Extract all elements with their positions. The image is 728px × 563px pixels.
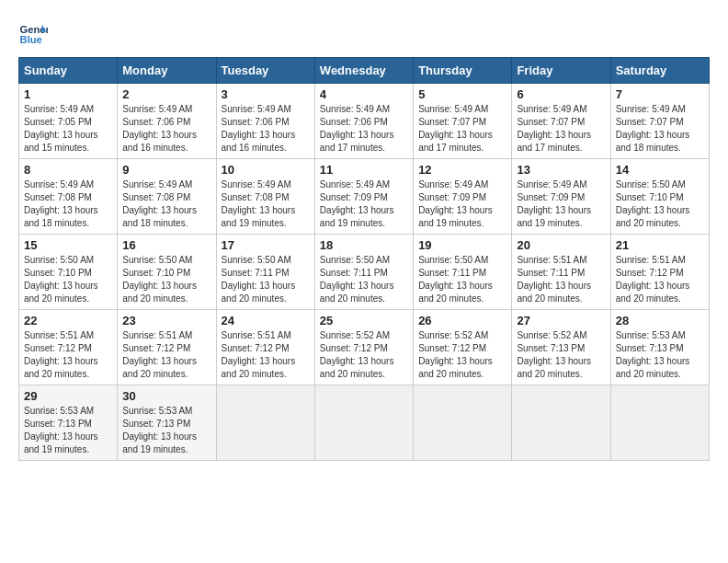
calendar-cell: 16 Sunrise: 5:50 AMSunset: 7:10 PMDaylig… bbox=[118, 235, 216, 310]
calendar-cell bbox=[610, 385, 709, 461]
weekday-sunday: Sunday bbox=[19, 58, 118, 84]
calendar-cell: 19 Sunrise: 5:50 AMSunset: 7:11 PMDaylig… bbox=[414, 235, 512, 310]
day-info: Sunrise: 5:49 AMSunset: 7:06 PMDaylight:… bbox=[320, 104, 394, 153]
day-info: Sunrise: 5:49 AMSunset: 7:06 PMDaylight:… bbox=[222, 104, 296, 153]
calendar-cell: 17 Sunrise: 5:50 AMSunset: 7:11 PMDaylig… bbox=[216, 235, 314, 310]
day-info: Sunrise: 5:51 AMSunset: 7:12 PMDaylight:… bbox=[122, 330, 197, 379]
day-number: 21 bbox=[616, 238, 704, 252]
weekday-friday: Friday bbox=[512, 58, 610, 84]
calendar-body: 1 Sunrise: 5:49 AMSunset: 7:05 PMDayligh… bbox=[19, 84, 710, 461]
calendar-cell bbox=[314, 385, 413, 461]
day-info: Sunrise: 5:50 AMSunset: 7:10 PMDaylight:… bbox=[616, 179, 690, 228]
logo: General Blue bbox=[18, 18, 48, 48]
calendar-cell: 13 Sunrise: 5:49 AMSunset: 7:09 PMDaylig… bbox=[512, 159, 610, 235]
day-number: 20 bbox=[517, 238, 605, 252]
weekday-tuesday: Tuesday bbox=[216, 58, 314, 84]
day-info: Sunrise: 5:49 AMSunset: 7:08 PMDaylight:… bbox=[24, 179, 98, 228]
day-number: 3 bbox=[222, 87, 310, 101]
day-number: 5 bbox=[418, 87, 506, 101]
calendar-cell: 8 Sunrise: 5:49 AMSunset: 7:08 PMDayligh… bbox=[19, 159, 118, 235]
day-number: 26 bbox=[418, 314, 506, 327]
day-number: 2 bbox=[122, 87, 210, 101]
day-number: 17 bbox=[222, 238, 310, 252]
week-row-4: 22 Sunrise: 5:51 AMSunset: 7:12 PMDaylig… bbox=[19, 310, 710, 385]
day-number: 16 bbox=[122, 238, 210, 252]
day-number: 8 bbox=[24, 163, 112, 177]
calendar-cell: 15 Sunrise: 5:50 AMSunset: 7:10 PMDaylig… bbox=[19, 235, 118, 310]
day-number: 23 bbox=[122, 314, 210, 327]
day-info: Sunrise: 5:49 AMSunset: 7:09 PMDaylight:… bbox=[517, 179, 591, 228]
calendar-cell: 29 Sunrise: 5:53 AMSunset: 7:13 PMDaylig… bbox=[19, 385, 118, 461]
calendar-cell: 22 Sunrise: 5:51 AMSunset: 7:12 PMDaylig… bbox=[19, 310, 118, 385]
day-number: 25 bbox=[320, 314, 408, 327]
week-row-5: 29 Sunrise: 5:53 AMSunset: 7:13 PMDaylig… bbox=[19, 385, 710, 461]
calendar-cell: 5 Sunrise: 5:49 AMSunset: 7:07 PMDayligh… bbox=[414, 84, 512, 159]
weekday-wednesday: Wednesday bbox=[314, 58, 413, 84]
calendar-cell: 3 Sunrise: 5:49 AMSunset: 7:06 PMDayligh… bbox=[216, 84, 314, 159]
week-row-1: 1 Sunrise: 5:49 AMSunset: 7:05 PMDayligh… bbox=[19, 84, 710, 159]
day-number: 9 bbox=[122, 163, 210, 177]
weekday-header-row: SundayMondayTuesdayWednesdayThursdayFrid… bbox=[19, 58, 710, 84]
day-number: 24 bbox=[222, 314, 310, 327]
day-info: Sunrise: 5:49 AMSunset: 7:09 PMDaylight:… bbox=[418, 179, 493, 228]
day-number: 1 bbox=[24, 87, 112, 101]
day-number: 6 bbox=[517, 87, 605, 101]
day-number: 22 bbox=[24, 314, 112, 327]
day-number: 13 bbox=[517, 163, 605, 177]
day-info: Sunrise: 5:49 AMSunset: 7:07 PMDaylight:… bbox=[616, 104, 690, 153]
day-number: 15 bbox=[24, 238, 112, 252]
calendar-cell: 27 Sunrise: 5:52 AMSunset: 7:13 PMDaylig… bbox=[512, 310, 610, 385]
day-info: Sunrise: 5:50 AMSunset: 7:10 PMDaylight:… bbox=[122, 255, 197, 304]
day-number: 29 bbox=[24, 389, 112, 403]
day-info: Sunrise: 5:53 AMSunset: 7:13 PMDaylight:… bbox=[616, 330, 690, 379]
calendar-cell: 7 Sunrise: 5:49 AMSunset: 7:07 PMDayligh… bbox=[610, 84, 709, 159]
day-info: Sunrise: 5:49 AMSunset: 7:05 PMDaylight:… bbox=[24, 104, 98, 153]
day-info: Sunrise: 5:50 AMSunset: 7:11 PMDaylight:… bbox=[320, 255, 394, 304]
calendar-cell: 26 Sunrise: 5:52 AMSunset: 7:12 PMDaylig… bbox=[414, 310, 512, 385]
page-container: General Blue SundayMondayTuesdayWednesda… bbox=[18, 18, 710, 461]
day-info: Sunrise: 5:50 AMSunset: 7:11 PMDaylight:… bbox=[418, 255, 493, 304]
day-info: Sunrise: 5:49 AMSunset: 7:06 PMDaylight:… bbox=[122, 104, 197, 153]
calendar-cell: 11 Sunrise: 5:49 AMSunset: 7:09 PMDaylig… bbox=[314, 159, 413, 235]
day-info: Sunrise: 5:51 AMSunset: 7:12 PMDaylight:… bbox=[222, 330, 296, 379]
day-info: Sunrise: 5:52 AMSunset: 7:13 PMDaylight:… bbox=[517, 330, 591, 379]
calendar-cell: 6 Sunrise: 5:49 AMSunset: 7:07 PMDayligh… bbox=[512, 84, 610, 159]
calendar-cell: 20 Sunrise: 5:51 AMSunset: 7:11 PMDaylig… bbox=[512, 235, 610, 310]
week-row-3: 15 Sunrise: 5:50 AMSunset: 7:10 PMDaylig… bbox=[19, 235, 710, 310]
day-info: Sunrise: 5:51 AMSunset: 7:11 PMDaylight:… bbox=[517, 255, 591, 304]
day-number: 28 bbox=[616, 314, 704, 327]
weekday-saturday: Saturday bbox=[610, 58, 709, 84]
calendar-cell: 18 Sunrise: 5:50 AMSunset: 7:11 PMDaylig… bbox=[314, 235, 413, 310]
day-number: 7 bbox=[616, 87, 704, 101]
day-info: Sunrise: 5:49 AMSunset: 7:09 PMDaylight:… bbox=[320, 179, 394, 228]
logo-icon: General Blue bbox=[18, 18, 48, 48]
calendar-cell: 9 Sunrise: 5:49 AMSunset: 7:08 PMDayligh… bbox=[118, 159, 216, 235]
day-info: Sunrise: 5:50 AMSunset: 7:11 PMDaylight:… bbox=[222, 255, 296, 304]
day-info: Sunrise: 5:51 AMSunset: 7:12 PMDaylight:… bbox=[616, 255, 690, 304]
day-info: Sunrise: 5:52 AMSunset: 7:12 PMDaylight:… bbox=[320, 330, 394, 379]
day-info: Sunrise: 5:49 AMSunset: 7:07 PMDaylight:… bbox=[418, 104, 493, 153]
day-number: 27 bbox=[517, 314, 605, 327]
day-info: Sunrise: 5:50 AMSunset: 7:10 PMDaylight:… bbox=[24, 255, 98, 304]
calendar-table: SundayMondayTuesdayWednesdayThursdayFrid… bbox=[18, 57, 710, 461]
day-number: 12 bbox=[418, 163, 506, 177]
calendar-cell: 24 Sunrise: 5:51 AMSunset: 7:12 PMDaylig… bbox=[216, 310, 314, 385]
calendar-cell: 14 Sunrise: 5:50 AMSunset: 7:10 PMDaylig… bbox=[610, 159, 709, 235]
calendar-cell bbox=[414, 385, 512, 461]
calendar-cell: 23 Sunrise: 5:51 AMSunset: 7:12 PMDaylig… bbox=[118, 310, 216, 385]
day-info: Sunrise: 5:49 AMSunset: 7:07 PMDaylight:… bbox=[517, 104, 591, 153]
day-number: 10 bbox=[222, 163, 310, 177]
day-info: Sunrise: 5:49 AMSunset: 7:08 PMDaylight:… bbox=[222, 179, 296, 228]
day-info: Sunrise: 5:53 AMSunset: 7:13 PMDaylight:… bbox=[122, 406, 197, 454]
calendar-cell: 28 Sunrise: 5:53 AMSunset: 7:13 PMDaylig… bbox=[610, 310, 709, 385]
day-number: 4 bbox=[320, 87, 408, 101]
calendar-cell: 2 Sunrise: 5:49 AMSunset: 7:06 PMDayligh… bbox=[118, 84, 216, 159]
day-info: Sunrise: 5:49 AMSunset: 7:08 PMDaylight:… bbox=[122, 179, 197, 228]
svg-text:Blue: Blue bbox=[20, 34, 42, 45]
calendar-cell bbox=[512, 385, 610, 461]
calendar-cell: 10 Sunrise: 5:49 AMSunset: 7:08 PMDaylig… bbox=[216, 159, 314, 235]
day-info: Sunrise: 5:52 AMSunset: 7:12 PMDaylight:… bbox=[418, 330, 493, 379]
weekday-monday: Monday bbox=[118, 58, 216, 84]
week-row-2: 8 Sunrise: 5:49 AMSunset: 7:08 PMDayligh… bbox=[19, 159, 710, 235]
calendar-cell: 30 Sunrise: 5:53 AMSunset: 7:13 PMDaylig… bbox=[118, 385, 216, 461]
